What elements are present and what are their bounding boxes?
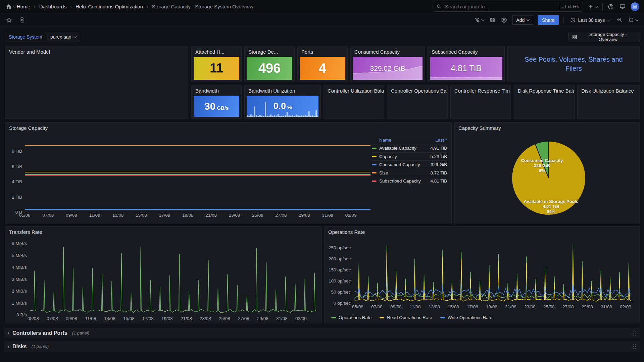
panel-title[interactable]: Ports bbox=[298, 46, 347, 56]
breadcrumb-dashboards[interactable]: Dashboards bbox=[39, 4, 66, 9]
dashboard-settings-button[interactable] bbox=[500, 16, 508, 24]
svg-text:05/08: 05/08 bbox=[352, 304, 363, 309]
zoom-out-time-button[interactable] bbox=[616, 16, 623, 23]
svg-text:11/08: 11/08 bbox=[410, 304, 421, 309]
add-panel-button[interactable]: Add bbox=[512, 15, 533, 25]
panel-title[interactable]: Bandwidth bbox=[192, 85, 241, 95]
new-button[interactable] bbox=[587, 3, 598, 10]
time-range-picker[interactable]: Last 30 days bbox=[568, 17, 612, 23]
legend-row[interactable]: Subscribed Capacity4.81 TiB bbox=[372, 177, 447, 185]
panel-disk-utilization-balance: Disk Utilization Balance bbox=[577, 85, 640, 119]
add-label: Add bbox=[516, 17, 525, 23]
panel-title[interactable]: Controller Response Tim bbox=[451, 85, 511, 95]
stat-value: 11 bbox=[210, 61, 223, 75]
breadcrumb: Home › Dashboards › Helix Continuous Opt… bbox=[5, 3, 253, 11]
stat-background: 11 bbox=[194, 57, 239, 80]
svg-text:09/08: 09/08 bbox=[66, 316, 77, 321]
svg-text:21/08: 21/08 bbox=[205, 213, 217, 218]
monitor-icon bbox=[620, 4, 626, 10]
svg-text:29/08: 29/08 bbox=[299, 213, 310, 218]
variable-value-dropdown[interactable]: purex-san bbox=[47, 32, 80, 42]
legend-row[interactable]: Size8.72 TiB bbox=[372, 169, 447, 177]
svg-text:200 op/sec: 200 op/sec bbox=[329, 256, 351, 261]
collapsed-row-controllers-and-ports[interactable]: › Controllers and Ports (1 panel) bbox=[4, 328, 640, 338]
panel-subscribed-capacity: Subscribed Capacity 4.81 TiB bbox=[428, 46, 505, 82]
svg-text:07/08: 07/08 bbox=[47, 316, 58, 321]
chart-legend: Operations RateRead Operations RateWrite… bbox=[331, 315, 492, 320]
drag-handle[interactable] bbox=[633, 330, 637, 336]
svg-text:11/08: 11/08 bbox=[89, 213, 100, 218]
panel-title[interactable]: Controller Utilization Bala bbox=[324, 85, 384, 95]
search-input[interactable] bbox=[444, 3, 557, 10]
collapsed-row-disks[interactable]: › Disks (1 panel) bbox=[4, 341, 640, 352]
svg-text:5 MiB/s: 5 MiB/s bbox=[12, 253, 27, 258]
legend-row[interactable]: Consumed Capacity329 GiB bbox=[372, 160, 447, 169]
save-dashboard-button[interactable] bbox=[489, 16, 496, 23]
chevron-down-icon bbox=[635, 18, 639, 21]
panel-capacity-summary: Capacity Summary Consumed Capacity 329 G… bbox=[454, 122, 640, 223]
help-button[interactable] bbox=[607, 3, 614, 10]
dashboard-insights-button[interactable] bbox=[19, 16, 26, 23]
row-title: Controllers and Ports bbox=[12, 330, 67, 336]
svg-text:1 MiB/s: 1 MiB/s bbox=[12, 301, 27, 306]
dashboard-view-switcher[interactable]: Storage Capacity - Overview bbox=[568, 32, 640, 42]
nav-actions: ctrl+k bbox=[433, 2, 639, 12]
legend-item[interactable]: Read Operations Rate bbox=[380, 315, 432, 320]
panel-title[interactable]: Consumed Capacity bbox=[351, 46, 425, 56]
toolbar-right: Add Share Last 30 days bbox=[474, 15, 639, 25]
panel-title[interactable]: Vendor and Model bbox=[5, 46, 188, 56]
stat-background: 30GB/s bbox=[194, 96, 239, 117]
stat-value: 329.02 GiB bbox=[370, 64, 405, 72]
legend-item[interactable]: Write Operations Rate bbox=[440, 315, 492, 320]
stat-value: 30 bbox=[204, 101, 215, 112]
zoom-out-icon bbox=[617, 17, 623, 23]
stat-value: 4 bbox=[319, 61, 326, 76]
breadcrumb-folder[interactable]: Helix Continuous Optimization bbox=[76, 4, 143, 9]
panel-title[interactable]: Disk Utilization Balance bbox=[578, 85, 640, 95]
home-button[interactable] bbox=[5, 3, 17, 11]
see-pools-link[interactable]: See Pools, Volumes, Shares and Filers bbox=[508, 46, 640, 82]
svg-text:29/08: 29/08 bbox=[257, 316, 268, 321]
capacity-pie-chart[interactable] bbox=[455, 122, 640, 223]
transfers-rate-chart[interactable]: 6 MiB/s5 MiB/s4 MiB/s3 MiB/s2 MiB/s1 MiB… bbox=[5, 226, 321, 323]
legend-item[interactable]: Operations Rate bbox=[331, 315, 371, 320]
svg-text:6 TiB: 6 TiB bbox=[12, 164, 22, 169]
legend-row[interactable]: Available Capacity4.91 TiB bbox=[372, 144, 447, 152]
operations-rate-chart[interactable]: 250 op/sec200 op/sec150 op/sec100 op/sec… bbox=[325, 226, 640, 314]
svg-text:2 TiB: 2 TiB bbox=[12, 195, 22, 200]
drag-handle[interactable] bbox=[633, 344, 637, 349]
search-box[interactable]: ctrl+k bbox=[433, 2, 583, 12]
dashboard-toolbar: Add Share Last 30 days bbox=[0, 13, 644, 27]
panel-title[interactable]: Subscribed Capacity bbox=[428, 46, 504, 56]
svg-text:6 MiB/s: 6 MiB/s bbox=[12, 241, 27, 246]
panel-bandwidth: Bandwidth 30GB/s bbox=[191, 85, 242, 119]
svg-text:02/09: 02/09 bbox=[620, 304, 631, 309]
user-avatar[interactable] bbox=[631, 2, 639, 11]
refresh-button[interactable] bbox=[628, 16, 639, 23]
refresh-icon bbox=[628, 17, 634, 23]
panel-title[interactable]: Bandwidth Utilization bbox=[245, 85, 320, 95]
share-button[interactable]: Share bbox=[538, 15, 559, 25]
svg-text:27/08: 27/08 bbox=[276, 213, 287, 218]
panel-title[interactable]: Disk Response Time Bala bbox=[514, 85, 574, 95]
svg-text:250 op/sec: 250 op/sec bbox=[329, 245, 351, 250]
time-range-label: Last 30 days bbox=[578, 17, 605, 23]
svg-text:09/08: 09/08 bbox=[390, 304, 402, 309]
news-button[interactable] bbox=[619, 3, 626, 10]
divider bbox=[563, 17, 564, 23]
chevron-down-icon bbox=[481, 18, 485, 21]
star-dashboard-button[interactable] bbox=[5, 16, 13, 24]
keyboard-icon bbox=[560, 4, 566, 9]
breadcrumb-home[interactable]: Home bbox=[17, 4, 30, 9]
panel-vendor-and-model: Vendor and Model Pure Storage FA-X10R2 F… bbox=[5, 46, 188, 119]
svg-text:31/08: 31/08 bbox=[322, 213, 333, 218]
panel-title[interactable]: Attached H... bbox=[192, 46, 241, 56]
filter-button[interactable] bbox=[474, 16, 485, 23]
panel-title[interactable]: Controller Operations Ba bbox=[387, 85, 447, 95]
filter-icon bbox=[474, 17, 480, 23]
row-panel-count: (1 panel) bbox=[72, 330, 89, 335]
plus-icon bbox=[588, 4, 593, 9]
legend-row[interactable]: Capacity5.23 TiB bbox=[372, 152, 447, 161]
clock-icon bbox=[570, 17, 576, 23]
panel-title[interactable]: Storage De... bbox=[245, 46, 294, 56]
